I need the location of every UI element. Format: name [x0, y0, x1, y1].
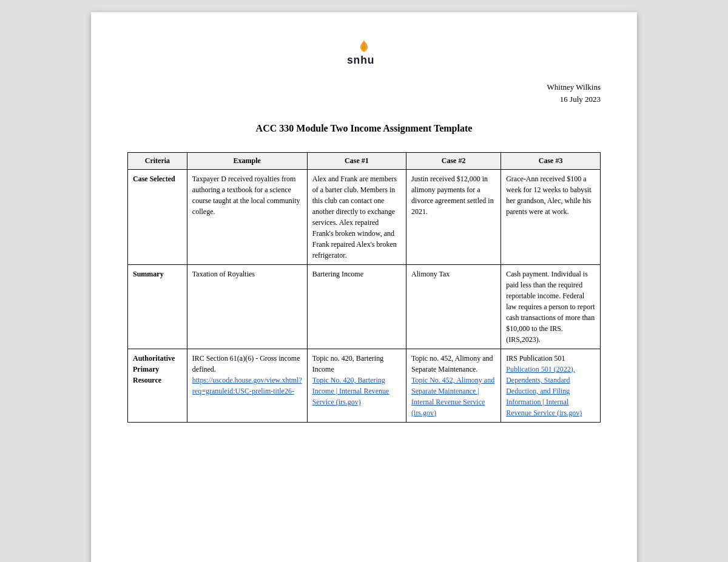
- example-summary: Taxation of Royalties: [187, 265, 307, 349]
- col-header-case3: Case #3: [501, 153, 601, 170]
- document-page: snhu Whitney Wilkins 16 July 2023 ACC 33…: [91, 12, 637, 562]
- case1-authoritative: Topic no. 420, Bartering Income Topic No…: [307, 349, 406, 423]
- user-info: Whitney Wilkins 16 July 2023: [127, 81, 601, 105]
- col-header-case1: Case #1: [307, 153, 406, 170]
- col-header-example: Example: [187, 153, 307, 170]
- svg-text:snhu: snhu: [347, 54, 374, 66]
- case2-auth-link[interactable]: Topic No. 452, Alimony and Separate Main…: [411, 376, 494, 417]
- case3-authoritative: IRS Publication 501 Publication 501 (202…: [501, 349, 601, 423]
- case1-case-selected: Alex and Frank are members of a barter c…: [307, 170, 406, 265]
- row-case-selected: Case Selected Taxpayer D received royalt…: [128, 170, 601, 265]
- case3-auth-text: IRS Publication 501: [506, 354, 565, 363]
- case3-auth-link[interactable]: Publication 501 (2022), Dependents, Stan…: [506, 365, 582, 417]
- case1-summary: Bartering Income: [307, 265, 406, 349]
- logo-container: snhu: [343, 36, 385, 72]
- case2-case-selected: Justin received $12,000 in alimony payme…: [406, 170, 501, 265]
- example-auth-text: IRC Section 61(a)(6) - Gross income defi…: [192, 354, 300, 373]
- col-header-case2: Case #2: [406, 153, 501, 170]
- page-header: snhu Whitney Wilkins 16 July 2023: [127, 36, 601, 105]
- user-name: Whitney Wilkins: [127, 81, 601, 93]
- snhu-logo: snhu: [343, 36, 385, 70]
- case3-case-selected: Grace-Ann received $100 a week for 12 we…: [501, 170, 601, 265]
- example-case-selected: Taxpayer D received royalties from autho…: [187, 170, 307, 265]
- example-authoritative: IRC Section 61(a)(6) - Gross income defi…: [187, 349, 307, 423]
- criteria-label-case-selected: Case Selected: [128, 170, 187, 265]
- example-auth-link[interactable]: https://uscode.house.gov/view.xhtml?req=…: [192, 376, 302, 395]
- criteria-label-authoritative: Authoritative Primary Resource: [128, 349, 187, 423]
- document-date: 16 July 2023: [127, 93, 601, 105]
- table-header-row: Criteria Example Case #1 Case #2 Case #3: [128, 153, 601, 170]
- document-title: ACC 330 Module Two Income Assignment Tem…: [127, 123, 601, 134]
- case2-authoritative: Topic no. 452, Alimony and Separate Main…: [406, 349, 501, 423]
- case1-auth-text: Topic no. 420, Bartering Income: [312, 354, 383, 373]
- row-summary: Summary Taxation of Royalties Bartering …: [128, 265, 601, 349]
- criteria-label-summary: Summary: [128, 265, 187, 349]
- assignment-table: Criteria Example Case #1 Case #2 Case #3…: [127, 152, 601, 423]
- case2-auth-text: Topic no. 452, Alimony and Separate Main…: [411, 354, 493, 373]
- case1-auth-link[interactable]: Topic No. 420, Bartering Income | Intern…: [312, 376, 389, 406]
- row-authoritative: Authoritative Primary Resource IRC Secti…: [128, 349, 601, 423]
- col-header-criteria: Criteria: [128, 153, 187, 170]
- case3-summary: Cash payment. Individual is paid less th…: [501, 265, 601, 349]
- case2-summary: Alimony Tax: [406, 265, 501, 349]
